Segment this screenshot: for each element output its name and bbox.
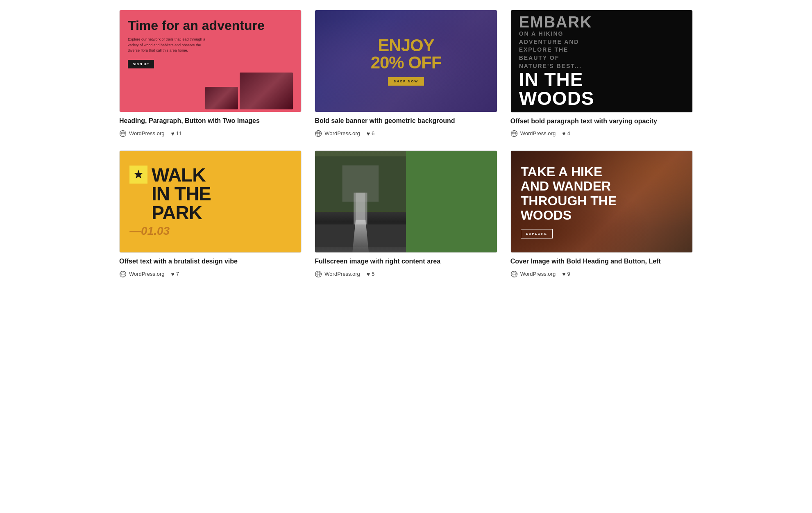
card-2-likes: ♥ 6 (367, 130, 375, 137)
preview-hike: TAKE A HIKEAND WANDERTHROUGH THEWOODS EX… (511, 151, 692, 253)
wordpress-icon (119, 130, 127, 137)
card-1-title: Heading, Paragraph, Button with Two Imag… (119, 116, 302, 125)
card-1-meta: WordPress.org ♥ 11 (119, 130, 302, 137)
heart-icon: ♥ (171, 130, 174, 137)
preview-4-header: WALKIN THEPARK (129, 166, 291, 222)
preview-1-images (128, 73, 293, 109)
card-4-title: Offset text with a brutalist design vibe (119, 257, 302, 266)
card-3-preview[interactable]: EMBARK ON A HIKING ADVENTURE AND EXPLORE… (510, 10, 693, 113)
card-5-meta: WordPress.org ♥ 5 (315, 270, 497, 278)
preview-1-button: SIGN UP (128, 60, 154, 68)
preview-4-star (129, 166, 147, 184)
card-6: TAKE A HIKEAND WANDERTHROUGH THEWOODS EX… (510, 150, 693, 278)
preview-1-image-small (205, 87, 238, 109)
svg-rect-16 (356, 193, 365, 229)
star-burst-icon (133, 169, 144, 180)
preview-3-line2: ON A HIKING ADVENTURE AND EXPLORE THE BE… (519, 30, 684, 70)
preview-3-line1: EMBARK (519, 14, 684, 30)
card-3-meta: WordPress.org ♥ 4 (510, 130, 693, 137)
card-2-title: Bold sale banner with geometric backgrou… (315, 116, 497, 125)
preview-adventure: Time for an adventure Explore our networ… (120, 10, 301, 112)
preview-5-image (315, 151, 406, 252)
card-3-likes-count: 4 (567, 130, 570, 136)
preview-1-image-large (240, 73, 293, 109)
wordpress-icon (510, 270, 518, 278)
preview-1-heading: Time for an adventure (128, 18, 293, 33)
card-3-title: Offset bold paragraph text with varying … (510, 117, 693, 126)
card-1: Time for an adventure Explore our networ… (119, 10, 302, 137)
card-4-preview[interactable]: WALKIN THEPARK —01.03 (119, 150, 302, 253)
wordpress-icon (315, 270, 322, 278)
svg-marker-9 (134, 170, 143, 179)
card-1-author: WordPress.org (119, 130, 164, 137)
heart-icon: ♥ (171, 271, 174, 277)
preview-1-paragraph: Explore our network of trails that lead … (128, 37, 210, 54)
card-4: WALKIN THEPARK —01.03 Offset text with a… (119, 150, 302, 278)
preview-walk: WALKIN THEPARK —01.03 (120, 151, 301, 252)
card-6-author-name: WordPress.org (520, 271, 556, 277)
card-2: ENJOY20% OFF SHOP NOW Bold sale banner w… (315, 10, 497, 137)
waterfall-svg (315, 151, 406, 252)
heart-icon: ♥ (562, 271, 565, 277)
preview-4-date: —01.03 (129, 225, 291, 238)
card-6-preview[interactable]: TAKE A HIKEAND WANDERTHROUGH THEWOODS EX… (510, 150, 693, 253)
card-3: EMBARK ON A HIKING ADVENTURE AND EXPLORE… (510, 10, 693, 137)
card-2-author: WordPress.org (315, 130, 360, 137)
card-5-likes-count: 5 (372, 271, 374, 277)
preview-embark: EMBARK ON A HIKING ADVENTURE AND EXPLORE… (511, 10, 692, 112)
heart-icon: ♥ (367, 271, 370, 277)
card-3-author-name: WordPress.org (520, 130, 556, 136)
card-5-author: WordPress.org (315, 270, 360, 278)
card-5: Fullscreen image with right content area… (315, 150, 497, 278)
card-1-likes: ♥ 11 (171, 130, 182, 137)
card-6-title: Cover Image with Bold Heading and Button… (510, 257, 693, 266)
card-2-likes-count: 6 (372, 130, 374, 136)
heart-icon: ♥ (562, 130, 565, 137)
card-1-likes-count: 11 (176, 130, 182, 136)
svg-rect-17 (315, 225, 406, 247)
preview-2-text: ENJOY20% OFF (371, 37, 442, 71)
card-1-preview[interactable]: Time for an adventure Explore our networ… (119, 10, 302, 112)
preview-6-title: TAKE A HIKEAND WANDERTHROUGH THEWOODS (521, 165, 683, 222)
wordpress-icon (315, 130, 322, 137)
card-5-author-name: WordPress.org (324, 271, 360, 277)
card-6-meta: WordPress.org ♥ 9 (510, 270, 693, 278)
card-5-title: Fullscreen image with right content area (315, 257, 497, 266)
card-4-meta: WordPress.org ♥ 7 (119, 270, 302, 278)
card-2-author-name: WordPress.org (324, 130, 360, 136)
card-5-preview[interactable] (315, 150, 497, 253)
wordpress-icon (119, 270, 127, 278)
card-4-author: WordPress.org (119, 270, 164, 278)
card-3-author: WordPress.org (510, 130, 556, 137)
card-1-author-name: WordPress.org (129, 130, 164, 136)
preview-5-right (406, 151, 497, 252)
card-2-meta: WordPress.org ♥ 6 (315, 130, 497, 137)
preview-4-title: WALKIN THEPARK (152, 166, 211, 222)
card-6-likes-count: 9 (567, 271, 570, 277)
preview-fullscreen (315, 151, 497, 252)
heart-icon: ♥ (367, 130, 370, 137)
card-4-author-name: WordPress.org (129, 271, 164, 277)
card-4-likes-count: 7 (176, 271, 179, 277)
card-2-preview[interactable]: ENJOY20% OFF SHOP NOW (315, 10, 497, 112)
card-6-likes: ♥ 9 (562, 271, 570, 277)
preview-6-button: EXPLORE (521, 229, 553, 238)
preview-sale: ENJOY20% OFF SHOP NOW (315, 10, 497, 112)
card-5-likes: ♥ 5 (367, 271, 375, 277)
card-6-author: WordPress.org (510, 270, 556, 278)
preview-2-button: SHOP NOW (388, 77, 424, 86)
card-3-likes: ♥ 4 (562, 130, 570, 137)
card-4-likes: ♥ 7 (171, 271, 179, 277)
preview-3-big: IN THE WOODS (519, 70, 684, 108)
wordpress-icon (510, 130, 518, 137)
pattern-grid: Time for an adventure Explore our networ… (119, 10, 693, 278)
